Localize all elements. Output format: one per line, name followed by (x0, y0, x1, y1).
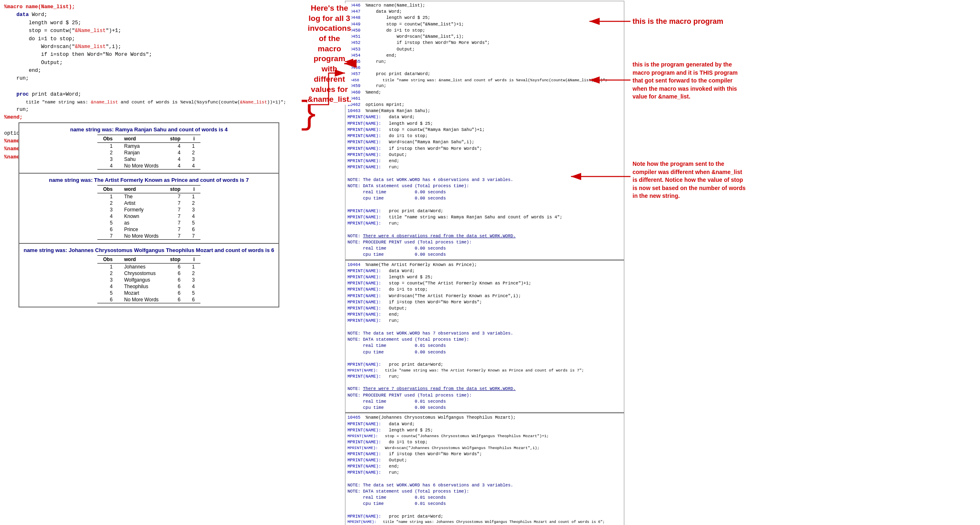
code-line-11: proc print data=Word; (4, 91, 302, 99)
code-line-5: do i=1 to stop; (4, 35, 302, 43)
table-row: 1Ramya41 (97, 143, 200, 150)
table-row: 3Formerly73 (97, 206, 200, 213)
log-line-10460: 10460 %mend; (347, 89, 622, 96)
note-2-7: real time 0.01 seconds (347, 399, 622, 405)
mprint-2-11: MPRINT(NAME): title "name string was: Th… (347, 368, 622, 374)
note-2-6: NOTE: PROCEDURE PRINT used (Total proces… (347, 392, 622, 399)
table2-title: name string was: The Artist Formerly Kno… (19, 174, 278, 184)
log-line-10456: 10456 (347, 65, 622, 71)
log-line-10457: 10457 proc print data=Word; (347, 71, 622, 77)
code-line-7: if i=stop then Word="No More Words"; (4, 51, 302, 59)
note-1-3: real time 0.00 seconds (347, 189, 622, 195)
mprint-1-9: MPRINT(NAME): run; (347, 164, 622, 170)
code-line-14: %mend; (4, 114, 302, 122)
mprint-1-12: MPRINT(NAME): run; (347, 220, 622, 227)
note-3-1: NOTE: The data set WORK.WORD has 6 obser… (347, 482, 622, 488)
mprint-1-10: MPRINT(NAME): proc print data=Word; (347, 208, 622, 214)
annotation-macro-program: this is the macro program (633, 17, 723, 26)
mprint-3-10: MPRINT(NAME): proc print data=Word; (347, 514, 622, 520)
log-line-10452: 10452 if i=stop then Word="No More Words… (347, 40, 622, 46)
mprint-2-12: MPRINT(NAME): run; (347, 374, 622, 380)
table-row: 5Mozart65 (97, 290, 200, 296)
note-1-1: NOTE: The data set WORK.WORD has 4 obser… (347, 177, 622, 183)
note-1-4: cpu time 0.00 seconds (347, 195, 622, 202)
code-line-3: length word $ 25; (4, 19, 302, 27)
note-2-8: cpu time 0.00 seconds (347, 405, 622, 411)
table-2: Obs word stop i 1The71 2Artist72 3Former… (97, 185, 200, 240)
table-row: 7No More Words77 (97, 233, 200, 240)
table-row: 4Theophilus64 (97, 283, 200, 290)
note-1-2: NOTE: DATA statement used (Total process… (347, 183, 622, 189)
annotation-text: Here's the log for all 3 invocations of … (308, 4, 352, 103)
note-1-6: NOTE: PROCEDURE PRINT used (Total proces… (347, 239, 622, 245)
code-line-1: %macro name(Name_list); (4, 3, 302, 11)
log-line-10446: 10446 %macro name(Name_list); (347, 2, 622, 9)
log-line-10453: 10453 Output; (347, 46, 622, 53)
table-row: 5as75 (97, 220, 200, 226)
annotation-note-compiler: Note how the program sent to the compile… (633, 160, 748, 200)
note-2-2: NOTE: DATA statement used (Total process… (347, 337, 622, 343)
table-row: 4No More Words44 (97, 163, 200, 170)
code-line-4: stop = countw("&Name_list")+1; (4, 27, 302, 35)
table-1: Obs word stop i 1Ramya41 2Ranjan42 3Sahu… (97, 135, 200, 170)
table-3: Obs word stop i 1Johannes61 2Chrysostomu… (97, 255, 200, 303)
note-2-1: NOTE: The data set WORK.WORD has 7 obser… (347, 330, 622, 337)
log-line-10464: 10464 %name(The Artist Formerly Known as… (347, 262, 622, 268)
note-2-4: cpu time 0.00 seconds (347, 349, 622, 355)
note-2-5: NOTE: There were 7 observations read fro… (347, 386, 622, 392)
code-line-8: Output; (4, 59, 302, 67)
mprint-1-5: MPRINT(NAME): Word=scan("Ramya Ranjan Sa… (347, 139, 622, 145)
log-blank-2 (347, 202, 622, 208)
log-blank-3 (347, 227, 622, 233)
note-3-2: NOTE: DATA statement used (Total process… (347, 488, 622, 495)
mprint-2-10: MPRINT(NAME): proc print data=Word; (347, 362, 622, 368)
code-line-blank1 (4, 83, 302, 91)
table-row: 6Prince76 (97, 226, 200, 233)
mprint-3-8: MPRINT(NAME): end; (347, 463, 622, 470)
code-line-13: run; (4, 106, 302, 114)
log-section-2: 10464 %name(The Artist Formerly Known as… (345, 261, 624, 413)
mprint-2-6: MPRINT(NAME): if i=stop then Word="No Mo… (347, 299, 622, 305)
mprint-1-2: MPRINT(NAME): length word $ 25; (347, 121, 622, 127)
log-line-10465: 10465 %name(Johannes Chrysostomus Wolfga… (347, 415, 622, 421)
code-line-10: run; (4, 75, 302, 83)
right-log-panel: 10446 %macro name(Name_list); 10447 data… (345, 1, 624, 525)
table-row: 2Chrysostomus62 (97, 270, 200, 277)
mprint-3-5: MPRINT(NAME): Word=scan("Johannes Chryso… (347, 445, 622, 451)
log-line-10447: 10447 data Word; (347, 9, 622, 15)
mprint-3-7: MPRINT(NAME): Output; (347, 457, 622, 463)
code-line-12: title "name string was: &name_list and c… (4, 99, 302, 106)
table-row: 2Artist72 (97, 200, 200, 206)
center-annotation: Here's the log for all 3 invocations of … (307, 3, 352, 105)
annotation-generated-program: this is the program generated by the mac… (633, 61, 748, 101)
note-3-3: real time 0.01 seconds (347, 495, 622, 501)
mprint-1-6: MPRINT(NAME): if i=stop then Word="No Mo… (347, 146, 622, 152)
mprint-2-5: MPRINT(NAME): Word=scan("The Artist Form… (347, 293, 622, 299)
mprint-1-1: MPRINT(NAME): data Word; (347, 114, 622, 120)
note-1-7: real time 0.00 seconds (347, 245, 622, 252)
log-line-10462: 10462 options mprint; (347, 102, 622, 108)
log-line-10458: 10458 title "name string was: &name_list… (347, 78, 622, 83)
table-row: 2Ranjan42 (97, 149, 200, 156)
table-row: 4Known74 (97, 213, 200, 220)
log-line-10449: 10449 stop = countw("&Name_list")+1; (347, 21, 622, 28)
log-line-10448: 10448 length word $ 25; (347, 15, 622, 21)
log-blank-7 (347, 476, 622, 482)
mprint-2-2: MPRINT(NAME): length word $ 25; (347, 274, 622, 280)
mprint-3-4: MPRINT(NAME): do i=1 to stop; (347, 439, 622, 445)
code-line-6: Word=scan("&Name_list",i); (4, 43, 302, 51)
mprint-1-3: MPRINT(NAME): stop = countw("Ramya Ranja… (347, 127, 622, 133)
log-line-10454: 10454 end; (347, 53, 622, 59)
code-line-9: end; (4, 67, 302, 75)
table-row: 6No More Words66 (97, 296, 200, 303)
code-line-2: data Word; (4, 11, 302, 19)
table3-title: name string was: Johannes Chrysostomus W… (19, 244, 278, 254)
log-line-10455: 10455 run; (347, 59, 622, 65)
table-row: 3Wolfgangus63 (97, 277, 200, 283)
mprint-1-4: MPRINT(NAME): do i=1 to stop; (347, 133, 622, 139)
table1-title: name string was: Ramya Ranjan Sahu and c… (19, 123, 278, 134)
output-tables-panel: name string was: Ramya Ranjan Sahu and c… (18, 122, 279, 307)
mprint-3-1: MPRINT(NAME): data Word; (347, 421, 622, 427)
table-row: 3Sahu43 (97, 156, 200, 163)
log-blank-5 (347, 355, 622, 362)
